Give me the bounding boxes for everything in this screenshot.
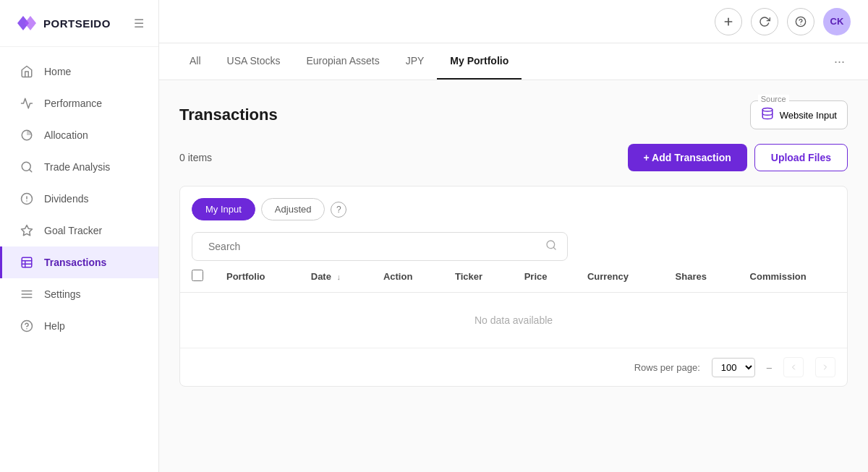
tab-my-portfolio[interactable]: My Portfolio: [437, 43, 522, 80]
items-count: 0 items: [179, 152, 212, 163]
col-commission-label: Commission: [750, 271, 807, 282]
sidebar-item-label-allocation: Allocation: [44, 129, 88, 141]
tab-all[interactable]: All: [176, 43, 214, 80]
sidebar-item-dividends[interactable]: Dividends: [0, 183, 158, 215]
col-currency: Currency: [576, 261, 664, 293]
search-icon: [545, 239, 557, 254]
svg-line-22: [553, 247, 556, 249]
source-selector[interactable]: Source Website Input: [750, 100, 848, 129]
tabs-bar: All USA Stocks Europian Assets JPY My Po…: [159, 43, 868, 80]
col-price: Price: [513, 261, 576, 293]
no-data-message: No data available: [180, 293, 847, 348]
main-area: CK All USA Stocks Europian Assets JPY My…: [159, 0, 868, 472]
toggle-help-icon[interactable]: ?: [331, 202, 346, 218]
col-currency-label: Currency: [587, 271, 629, 282]
home-icon: [20, 64, 34, 79]
sidebar-item-help[interactable]: Help: [0, 310, 158, 342]
sidebar-item-home[interactable]: Home: [0, 56, 158, 87]
app-title: PORTSEIDO: [43, 17, 111, 30]
sort-down-icon: ↓: [337, 273, 341, 281]
col-checkbox: [180, 261, 215, 293]
col-price-label: Price: [524, 271, 548, 282]
col-shares: Shares: [664, 261, 739, 293]
rows-per-page-select[interactable]: 100 50 25: [712, 358, 755, 377]
sidebar-item-performance[interactable]: Performance: [0, 87, 158, 119]
sidebar-item-label-dividends: Dividends: [44, 193, 88, 205]
sidebar-item-settings[interactable]: Settings: [0, 278, 158, 310]
sidebar-item-label-settings: Settings: [44, 288, 81, 300]
sidebar-item-allocation[interactable]: Allocation: [0, 119, 158, 151]
col-action-label: Action: [383, 271, 412, 282]
actions-row: 0 items + Add Transaction Upload Files: [179, 144, 848, 171]
tab-jpy[interactable]: JPY: [393, 43, 438, 80]
toggle-my-input[interactable]: My Input: [192, 198, 255, 220]
col-portfolio-label: Portfolio: [226, 271, 265, 282]
col-shares-label: Shares: [676, 271, 707, 282]
help-circle-icon: [20, 319, 34, 333]
page-content: Transactions Source Website Input 0 item…: [159, 80, 868, 472]
search-bar: [192, 232, 568, 261]
input-toggle-group: My Input Adjusted ?: [192, 198, 835, 220]
rows-per-page-label: Rows per page:: [634, 362, 700, 373]
transactions-table-container: My Input Adjusted ?: [179, 186, 848, 387]
sidebar-item-transactions[interactable]: Transactions: [0, 246, 158, 278]
settings-icon: [20, 287, 34, 301]
sidebar-nav: Home Performance Allocation: [0, 47, 158, 472]
svg-line-2: [29, 169, 31, 171]
col-commission: Commission: [739, 261, 847, 293]
menu-icon[interactable]: ☰: [134, 17, 144, 30]
search-input[interactable]: [203, 233, 545, 260]
refresh-button[interactable]: [751, 8, 778, 35]
table-header: Portfolio Date ↓ Action Ticker: [180, 261, 847, 293]
source-value: Website Input: [780, 110, 837, 121]
pagination-next-button[interactable]: [815, 357, 835, 377]
portseido-logo-icon: [14, 13, 38, 33]
sidebar-logo: PORTSEIDO ☰: [0, 0, 158, 47]
svg-point-20: [762, 108, 773, 112]
table-footer: Rows per page: 100 50 25 –: [180, 348, 847, 386]
top-header: CK: [159, 0, 868, 43]
add-button[interactable]: [715, 8, 742, 35]
pagination-prev-button[interactable]: [783, 357, 804, 377]
col-date[interactable]: Date ↓: [299, 261, 372, 293]
col-portfolio: Portfolio: [215, 261, 299, 293]
sidebar-item-label-transactions: Transactions: [44, 257, 106, 268]
sidebar-item-label-goal-tracker: Goal Tracker: [44, 225, 102, 236]
tab-european-assets[interactable]: Europian Assets: [293, 43, 392, 80]
no-data-row: No data available: [180, 293, 847, 348]
transactions-icon: [20, 255, 34, 270]
table-body: No data available: [180, 293, 847, 348]
allocation-icon: [20, 128, 34, 142]
help-button[interactable]: [787, 8, 814, 35]
col-date-label: Date: [311, 271, 331, 282]
database-icon: [761, 107, 774, 123]
action-buttons: + Add Transaction Upload Files: [628, 144, 848, 171]
dividends-icon: [20, 192, 34, 206]
svg-marker-6: [22, 226, 33, 236]
svg-rect-7: [22, 257, 32, 267]
add-transaction-button[interactable]: + Add Transaction: [628, 144, 747, 171]
pagination-range: –: [767, 362, 772, 373]
upload-files-button[interactable]: Upload Files: [754, 144, 848, 171]
page-header: Transactions Source Website Input: [179, 100, 848, 129]
col-ticker: Ticker: [443, 261, 513, 293]
sidebar: PORTSEIDO ☰ Home Performance: [0, 0, 159, 472]
goal-icon: [20, 223, 34, 238]
source-label: Source: [758, 95, 789, 103]
col-action: Action: [372, 261, 443, 293]
sidebar-item-label-help: Help: [44, 320, 65, 332]
table-top: My Input Adjusted ?: [180, 186, 847, 261]
transactions-table: Portfolio Date ↓ Action Ticker: [180, 261, 847, 348]
sidebar-item-trade-analysis[interactable]: Trade Analysis: [0, 151, 158, 183]
user-avatar[interactable]: CK: [823, 8, 851, 35]
toggle-adjusted[interactable]: Adjusted: [261, 198, 326, 220]
page-title: Transactions: [179, 106, 278, 124]
col-ticker-label: Ticker: [455, 271, 482, 282]
tab-usa-stocks[interactable]: USA Stocks: [214, 43, 294, 80]
tabs-more-icon[interactable]: ···: [828, 48, 851, 75]
trade-icon: [20, 160, 34, 174]
select-all-checkbox[interactable]: [192, 270, 203, 281]
sidebar-item-label-home: Home: [44, 66, 71, 77]
sidebar-item-label-performance: Performance: [44, 98, 102, 109]
sidebar-item-goal-tracker[interactable]: Goal Tracker: [0, 215, 158, 246]
